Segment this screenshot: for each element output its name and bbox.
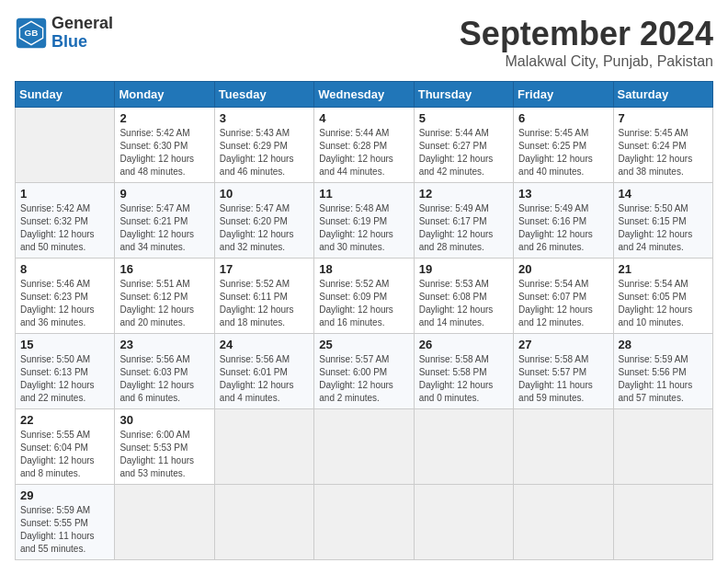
day-number: 12 (419, 187, 508, 201)
svg-text:GB: GB (25, 27, 39, 37)
calendar-day-cell (613, 485, 712, 560)
day-info: Sunrise: 5:53 AMSunset: 6:08 PMDaylight:… (419, 278, 508, 329)
calendar-day-cell: 21Sunrise: 5:54 AMSunset: 6:05 PMDayligh… (613, 259, 712, 334)
day-info: Sunrise: 5:56 AMSunset: 6:01 PMDaylight:… (220, 353, 309, 405)
day-number: 17 (220, 262, 309, 276)
day-of-week-header: Tuesday (214, 82, 313, 108)
calendar-day-cell: 7Sunrise: 5:45 AMSunset: 6:24 PMDaylight… (613, 108, 712, 183)
day-info: Sunrise: 5:47 AMSunset: 6:21 PMDaylight:… (119, 202, 209, 254)
day-number: 23 (119, 338, 209, 351)
day-info: Sunrise: 5:52 AMSunset: 6:09 PMDaylight:… (319, 278, 408, 329)
day-number: 3 (220, 111, 309, 125)
calendar-day-cell: 19Sunrise: 5:53 AMSunset: 6:08 PMDayligh… (414, 259, 513, 334)
day-of-week-header: Sunday (16, 82, 115, 108)
calendar-day-cell: 25Sunrise: 5:57 AMSunset: 6:00 PMDayligh… (314, 334, 414, 409)
day-number: 8 (20, 262, 109, 276)
day-of-week-header: Thursday (414, 82, 513, 108)
calendar-day-cell (514, 485, 613, 560)
day-info: Sunrise: 5:50 AMSunset: 6:13 PMDaylight:… (20, 353, 109, 405)
calendar-day-cell (214, 409, 313, 485)
calendar-day-cell: 24Sunrise: 5:56 AMSunset: 6:01 PMDayligh… (214, 334, 313, 409)
day-number: 27 (518, 338, 608, 351)
calendar-day-cell: 26Sunrise: 5:58 AMSunset: 5:58 PMDayligh… (414, 334, 513, 409)
day-number: 15 (20, 338, 109, 351)
day-info: Sunrise: 5:48 AMSunset: 6:19 PMDaylight:… (319, 202, 408, 254)
day-number: 4 (319, 111, 408, 125)
day-info: Sunrise: 5:57 AMSunset: 6:00 PMDaylight:… (319, 353, 408, 405)
calendar-week-row: 1Sunrise: 5:42 AMSunset: 6:32 PMDaylight… (16, 183, 713, 259)
day-number: 24 (220, 338, 309, 351)
day-number: 28 (619, 338, 708, 351)
day-number: 26 (419, 338, 508, 351)
calendar-day-cell: 17Sunrise: 5:52 AMSunset: 6:11 PMDayligh… (214, 259, 313, 334)
calendar-day-cell: 29Sunrise: 5:59 AMSunset: 5:55 PMDayligh… (16, 485, 115, 560)
day-number: 2 (119, 111, 209, 125)
calendar-day-cell: 3Sunrise: 5:43 AMSunset: 6:29 PMDaylight… (214, 108, 313, 183)
day-info: Sunrise: 5:52 AMSunset: 6:11 PMDaylight:… (220, 278, 309, 329)
calendar-day-cell: 4Sunrise: 5:44 AMSunset: 6:28 PMDaylight… (314, 108, 414, 183)
day-info: Sunrise: 5:49 AMSunset: 6:17 PMDaylight:… (419, 202, 508, 254)
day-info: Sunrise: 5:42 AMSunset: 6:30 PMDaylight:… (119, 127, 209, 178)
calendar-day-cell (314, 485, 414, 560)
day-number: 29 (20, 488, 109, 502)
calendar-day-cell (613, 409, 712, 485)
calendar-day-cell: 28Sunrise: 5:59 AMSunset: 5:56 PMDayligh… (613, 334, 712, 409)
month-title: September 2024 (460, 15, 713, 53)
calendar-day-cell: 18Sunrise: 5:52 AMSunset: 6:09 PMDayligh… (314, 259, 414, 334)
calendar-week-row: 8Sunrise: 5:46 AMSunset: 6:23 PMDaylight… (16, 259, 713, 334)
logo-icon: GB (15, 17, 48, 50)
logo: GB GeneralBlue (15, 15, 113, 52)
day-number: 9 (119, 187, 209, 201)
day-info: Sunrise: 5:46 AMSunset: 6:23 PMDaylight:… (20, 278, 109, 329)
calendar-week-row: 22Sunrise: 5:55 AMSunset: 6:04 PMDayligh… (16, 409, 713, 485)
day-number: 1 (20, 187, 109, 201)
day-of-week-header: Monday (115, 82, 214, 108)
day-of-week-header: Saturday (613, 82, 712, 108)
day-info: Sunrise: 5:43 AMSunset: 6:29 PMDaylight:… (220, 127, 309, 178)
calendar-day-cell (414, 485, 513, 560)
calendar-day-cell: 9Sunrise: 5:47 AMSunset: 6:21 PMDaylight… (115, 183, 214, 259)
day-number: 18 (319, 262, 408, 276)
calendar-day-cell (514, 409, 613, 485)
calendar-week-row: 2Sunrise: 5:42 AMSunset: 6:30 PMDaylight… (16, 108, 713, 183)
location-subtitle: Malakwal City, Punjab, Pakistan (460, 53, 713, 70)
day-info: Sunrise: 5:45 AMSunset: 6:24 PMDaylight:… (619, 127, 708, 178)
day-info: Sunrise: 5:54 AMSunset: 6:05 PMDaylight:… (619, 278, 708, 329)
day-number: 14 (619, 187, 708, 201)
day-number: 30 (119, 413, 209, 427)
calendar-week-row: 15Sunrise: 5:50 AMSunset: 6:13 PMDayligh… (16, 334, 713, 409)
day-info: Sunrise: 5:54 AMSunset: 6:07 PMDaylight:… (518, 278, 608, 329)
day-info: Sunrise: 5:49 AMSunset: 6:16 PMDaylight:… (518, 202, 608, 254)
day-number: 11 (319, 187, 408, 201)
page-header: GB GeneralBlue September 2024 Malakwal C… (15, 15, 713, 70)
calendar-day-cell: 6Sunrise: 5:45 AMSunset: 6:25 PMDaylight… (514, 108, 613, 183)
day-info: Sunrise: 6:00 AMSunset: 5:53 PMDaylight:… (119, 429, 209, 480)
title-section: September 2024 Malakwal City, Punjab, Pa… (460, 15, 713, 70)
logo-text: GeneralBlue (51, 15, 113, 52)
calendar-day-cell: 11Sunrise: 5:48 AMSunset: 6:19 PMDayligh… (314, 183, 414, 259)
calendar-day-cell: 20Sunrise: 5:54 AMSunset: 6:07 PMDayligh… (514, 259, 613, 334)
calendar-table: SundayMondayTuesdayWednesdayThursdayFrid… (15, 81, 713, 560)
day-info: Sunrise: 5:56 AMSunset: 6:03 PMDaylight:… (119, 353, 209, 405)
day-info: Sunrise: 5:45 AMSunset: 6:25 PMDaylight:… (518, 127, 608, 178)
day-info: Sunrise: 5:42 AMSunset: 6:32 PMDaylight:… (20, 202, 109, 254)
calendar-day-cell: 30Sunrise: 6:00 AMSunset: 5:53 PMDayligh… (115, 409, 214, 485)
day-info: Sunrise: 5:58 AMSunset: 5:58 PMDaylight:… (419, 353, 508, 405)
day-info: Sunrise: 5:51 AMSunset: 6:12 PMDaylight:… (119, 278, 209, 329)
calendar-day-cell: 27Sunrise: 5:58 AMSunset: 5:57 PMDayligh… (514, 334, 613, 409)
day-info: Sunrise: 5:59 AMSunset: 5:56 PMDaylight:… (619, 353, 708, 405)
calendar-day-cell: 8Sunrise: 5:46 AMSunset: 6:23 PMDaylight… (16, 259, 115, 334)
day-number: 7 (619, 111, 708, 125)
calendar-day-cell: 10Sunrise: 5:47 AMSunset: 6:20 PMDayligh… (214, 183, 313, 259)
calendar-day-cell: 12Sunrise: 5:49 AMSunset: 6:17 PMDayligh… (414, 183, 513, 259)
day-number: 5 (419, 111, 508, 125)
day-number: 16 (119, 262, 209, 276)
calendar-day-cell (214, 485, 313, 560)
day-number: 19 (419, 262, 508, 276)
calendar-day-cell (414, 409, 513, 485)
calendar-day-cell: 1Sunrise: 5:42 AMSunset: 6:32 PMDaylight… (16, 183, 115, 259)
day-info: Sunrise: 5:47 AMSunset: 6:20 PMDaylight:… (220, 202, 309, 254)
day-number: 6 (518, 111, 608, 125)
calendar-day-cell: 5Sunrise: 5:44 AMSunset: 6:27 PMDaylight… (414, 108, 513, 183)
day-number: 21 (619, 262, 708, 276)
